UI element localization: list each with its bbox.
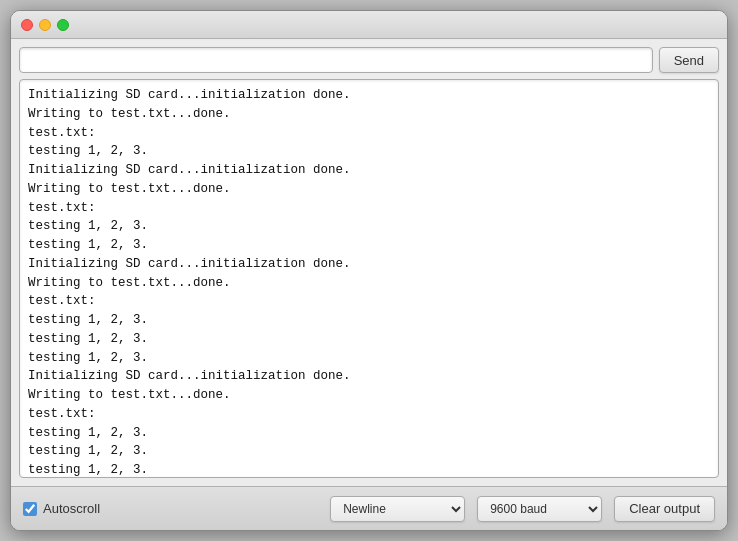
send-button[interactable]: Send — [659, 47, 719, 73]
main-content: Send Initializing SD card...initializati… — [11, 39, 727, 486]
output-area[interactable]: Initializing SD card...initialization do… — [19, 79, 719, 478]
newline-dropdown[interactable]: No line ending Newline Carriage return B… — [330, 496, 465, 522]
bottom-bar: Autoscroll No line ending Newline Carria… — [11, 486, 727, 530]
newline-dropdown-container: No line ending Newline Carriage return B… — [330, 496, 465, 522]
serial-input[interactable] — [19, 47, 653, 73]
clear-output-button[interactable]: Clear output — [614, 496, 715, 522]
baud-dropdown-container: 300 baud 1200 baud 2400 baud 4800 baud 9… — [477, 496, 602, 522]
serial-monitor-window: Send Initializing SD card...initializati… — [10, 10, 728, 531]
input-row: Send — [19, 47, 719, 73]
maximize-button[interactable] — [57, 19, 69, 31]
autoscroll-section: Autoscroll — [23, 501, 318, 516]
close-button[interactable] — [21, 19, 33, 31]
minimize-button[interactable] — [39, 19, 51, 31]
title-bar — [11, 11, 727, 39]
output-text: Initializing SD card...initialization do… — [28, 86, 710, 478]
autoscroll-label: Autoscroll — [43, 501, 100, 516]
traffic-lights — [21, 19, 69, 31]
autoscroll-checkbox[interactable] — [23, 502, 37, 516]
baud-dropdown[interactable]: 300 baud 1200 baud 2400 baud 4800 baud 9… — [477, 496, 602, 522]
